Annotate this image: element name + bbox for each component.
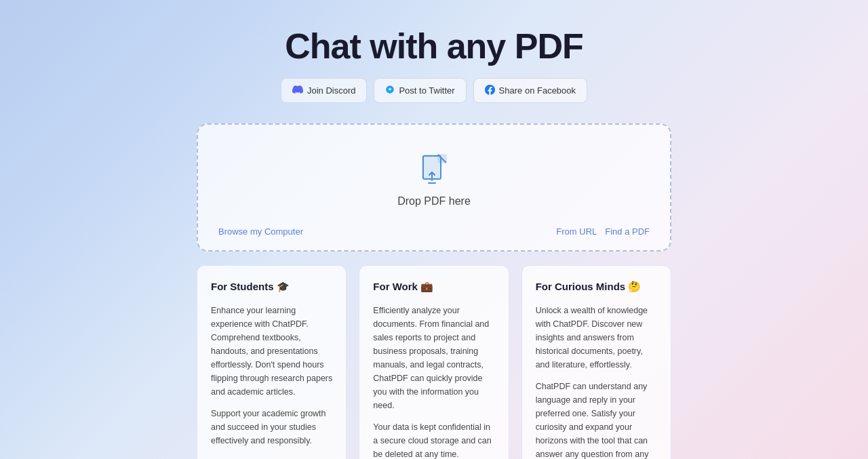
find-pdf-link[interactable]: Find a PDF <box>605 226 650 237</box>
work-card: For Work 💼 Efficiently analyze your docu… <box>359 265 509 459</box>
curious-card-title: For Curious Minds 🤔 <box>536 281 657 293</box>
drop-zone-inner: Drop PDF here <box>218 145 650 221</box>
facebook-button[interactable]: Share on Facebook <box>473 78 587 103</box>
work-card-title: For Work 💼 <box>373 281 494 293</box>
twitter-label: Post to Twitter <box>399 85 454 96</box>
students-para-1: Enhance your learning experience with Ch… <box>211 304 332 399</box>
drop-zone-links: Browse my Computer From URL Find a PDF <box>218 226 650 237</box>
dropzone[interactable]: Drop PDF here Browse my Computer From UR… <box>197 123 671 252</box>
work-para-1: Efficiently analyze your documents. From… <box>373 304 494 412</box>
from-url-link[interactable]: From URL <box>556 226 597 237</box>
students-card-title: For Students 🎓 <box>211 281 332 293</box>
curious-card: For Curious Minds 🤔 Unlock a wealth of k… <box>521 265 671 459</box>
students-card: For Students 🎓 Enhance your learning exp… <box>197 265 347 459</box>
work-para-2: Your data is kept confidential in a secu… <box>373 420 494 459</box>
facebook-icon <box>485 85 495 97</box>
twitter-button[interactable]: Post to Twitter <box>374 78 466 103</box>
svg-rect-3 <box>438 155 446 163</box>
students-para-2: Support your academic growth and succeed… <box>211 407 332 447</box>
drop-text: Drop PDF here <box>397 195 471 207</box>
facebook-label: Share on Facebook <box>499 85 576 96</box>
discord-icon <box>292 84 303 97</box>
twitter-icon <box>385 85 395 96</box>
cards-row: For Students 🎓 Enhance your learning exp… <box>197 265 671 459</box>
pdf-upload-icon <box>416 152 452 187</box>
right-links: From URL Find a PDF <box>556 226 650 237</box>
curious-para-1: Unlock a wealth of knowledge with ChatPD… <box>536 304 657 372</box>
discord-button[interactable]: Join Discord <box>281 78 368 103</box>
curious-para-2: ChatPDF can understand any language and … <box>536 380 657 459</box>
browse-computer-link[interactable]: Browse my Computer <box>218 226 303 237</box>
page-title: Chat with any PDF <box>281 27 587 66</box>
discord-label: Join Discord <box>307 85 356 96</box>
social-buttons-row: Join Discord Post to Twitter Share on Fa… <box>281 78 587 103</box>
